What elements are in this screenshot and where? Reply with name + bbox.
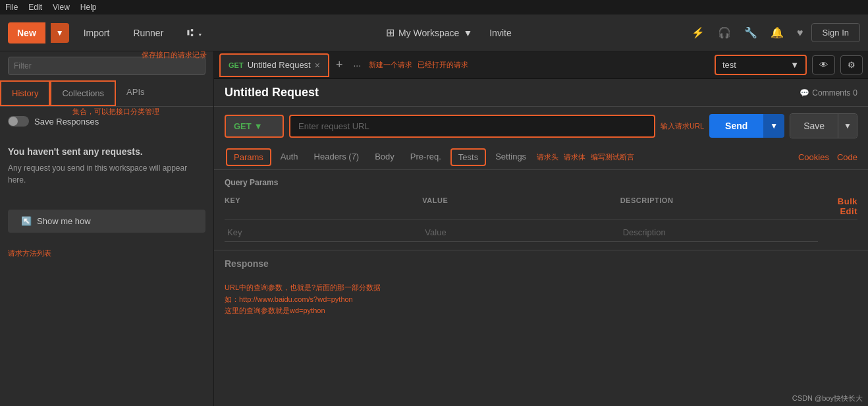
tab-close-button[interactable]: ×	[315, 60, 320, 71]
key-cell	[225, 223, 422, 242]
header-key: KEY	[225, 196, 422, 216]
bell-button[interactable]: 🔔	[765, 22, 789, 43]
request-name-bar: Untitled Request 💬 Comments 0	[214, 79, 868, 107]
req-tab-settings[interactable]: Settings	[487, 145, 534, 169]
tab-collections[interactable]: Collections	[50, 80, 116, 106]
settings-button[interactable]: 🔧	[739, 22, 763, 43]
invite-button[interactable]: Invite	[480, 21, 520, 44]
send-button-group: Send ▼	[709, 114, 784, 138]
new-dropdown-arrow[interactable]: ▼	[51, 23, 69, 43]
env-arrow: ▼	[790, 60, 799, 70]
annotation-request-body: 请求体	[564, 152, 585, 162]
annotation-request-header: 请求头	[537, 152, 558, 162]
req-tabs-right: Cookies Code	[798, 152, 857, 162]
send-dropdown-button[interactable]: ▼	[763, 114, 784, 138]
send-button[interactable]: Send	[709, 114, 763, 138]
annotation-opened-request: 已经打开的请求	[418, 60, 468, 70]
right-panel: GET Untitled Request × + ··· 新建一个请求 已经打开…	[214, 51, 868, 406]
runner-button[interactable]: Runner	[124, 22, 173, 44]
param-table: KEY VALUE DESCRIPTION Bulk Edit	[225, 194, 857, 242]
key-input[interactable]	[225, 223, 422, 242]
query-params-section: Query Params KEY VALUE DESCRIPTION Bulk …	[214, 170, 868, 250]
response-area: Response	[214, 250, 868, 277]
grid-icon: ⊞	[386, 26, 394, 39]
desc-input[interactable]	[620, 223, 818, 242]
empty-title: You haven't sent any requests.	[8, 146, 205, 157]
req-tab-body[interactable]: Body	[367, 145, 402, 169]
req-tab-prereq[interactable]: Pre-req.	[402, 145, 449, 169]
toggle-knob	[9, 117, 18, 126]
annotation-method-list: 请求方法列表	[0, 243, 213, 264]
save-button-group: Save ▼	[790, 113, 857, 138]
response-title: Response	[225, 258, 857, 269]
tab-bar: GET Untitled Request × + ··· 新建一个请求 已经打开…	[214, 51, 868, 79]
environment-selector[interactable]: test ▼	[715, 55, 807, 75]
empty-desc: Any request you send in this workspace w…	[8, 162, 205, 186]
method-value: GET	[234, 121, 252, 131]
save-button[interactable]: Save	[790, 114, 838, 138]
tab-history[interactable]: History	[0, 80, 50, 106]
eye-button[interactable]: 👁	[812, 55, 835, 74]
headphones-button[interactable]: 🎧	[713, 22, 736, 43]
tab-apis[interactable]: APIs	[116, 80, 155, 106]
show-how-button[interactable]: ↖️ Show me how	[8, 210, 205, 233]
request-tabs: Params Auth Headers (7) Body Pre-req. Te…	[214, 145, 868, 170]
bulk-edit-button[interactable]: Bulk Edit	[818, 196, 857, 216]
heart-button[interactable]: ♥	[792, 23, 809, 43]
tab-title: Untitled Request	[248, 60, 311, 70]
cursor-icon: ↖️	[21, 216, 32, 226]
save-responses-toggle[interactable]	[8, 116, 29, 127]
more-tabs-button[interactable]: ···	[348, 57, 366, 73]
req-tab-auth[interactable]: Auth	[273, 145, 306, 169]
watermark: CSDN @boy快快长大	[792, 393, 863, 403]
workspace-arrow: ▼	[463, 28, 472, 38]
menu-edit[interactable]: Edit	[28, 3, 42, 12]
save-dropdown-button[interactable]: ▼	[838, 114, 857, 138]
request-name: Untitled Request	[225, 86, 800, 100]
comments-count: 0	[853, 88, 857, 98]
req-tab-headers[interactable]: Headers (7)	[306, 145, 367, 169]
filter-input[interactable]	[8, 57, 205, 75]
sign-in-button[interactable]: Sign In	[811, 23, 860, 42]
param-row	[225, 223, 857, 242]
save-responses-label: Save Responses	[34, 117, 99, 127]
comment-icon: 💬	[800, 88, 809, 98]
code-link[interactable]: Code	[837, 152, 857, 162]
menu-file[interactable]: File	[5, 3, 18, 12]
value-cell	[422, 223, 620, 242]
sidebar-empty-state: You haven't sent any requests. Any reque…	[0, 133, 213, 199]
method-arrow: ▼	[254, 121, 263, 131]
menu-view[interactable]: View	[53, 3, 70, 12]
value-input[interactable]	[422, 223, 620, 242]
menu-bar: File Edit View Help	[0, 0, 868, 14]
comments-label: Comments	[812, 88, 850, 98]
workspace-label: My Workspace	[398, 28, 459, 38]
query-params-title: Query Params	[225, 178, 857, 187]
workspace-selector[interactable]: ⊞ My Workspace ▼	[378, 21, 480, 44]
env-value: test	[722, 60, 736, 70]
fork-button[interactable]: ⑆ ▾	[178, 22, 212, 44]
menu-help[interactable]: Help	[80, 3, 97, 12]
header-value: VALUE	[422, 196, 620, 216]
new-button[interactable]: New	[8, 22, 45, 44]
req-tab-params[interactable]: Params	[226, 148, 271, 166]
add-tab-button[interactable]: +	[331, 55, 348, 74]
annotation-collection: 集合，可以把接口分类管理	[72, 107, 159, 117]
request-tab[interactable]: GET Untitled Request ×	[219, 53, 329, 77]
import-button[interactable]: Import	[74, 22, 119, 44]
sidebar: 保存接口的请求记录 History Collections APIs 集合，可以…	[0, 51, 214, 406]
cookies-link[interactable]: Cookies	[798, 152, 829, 162]
show-how-label: Show me how	[37, 216, 91, 226]
method-select[interactable]: GET ▼	[225, 115, 284, 138]
crash-icon-button[interactable]: ⚡	[686, 22, 710, 43]
annotation-query-params: URL中的查询参数，也就是?后面的那一部分数据 如：http://www.bai…	[214, 277, 868, 322]
req-tab-tests[interactable]: Tests	[450, 148, 486, 166]
url-input[interactable]	[289, 115, 655, 138]
tab-bar-right: test ▼ 👁 ⚙	[715, 55, 863, 75]
desc-cell	[620, 223, 818, 242]
tab-method-badge: GET	[229, 61, 244, 69]
gear-button[interactable]: ⚙	[840, 55, 863, 74]
param-header-row: KEY VALUE DESCRIPTION Bulk Edit	[225, 194, 857, 219]
comments-button[interactable]: 💬 Comments 0	[800, 88, 857, 98]
main-layout: 保存接口的请求记录 History Collections APIs 集合，可以…	[0, 51, 868, 406]
